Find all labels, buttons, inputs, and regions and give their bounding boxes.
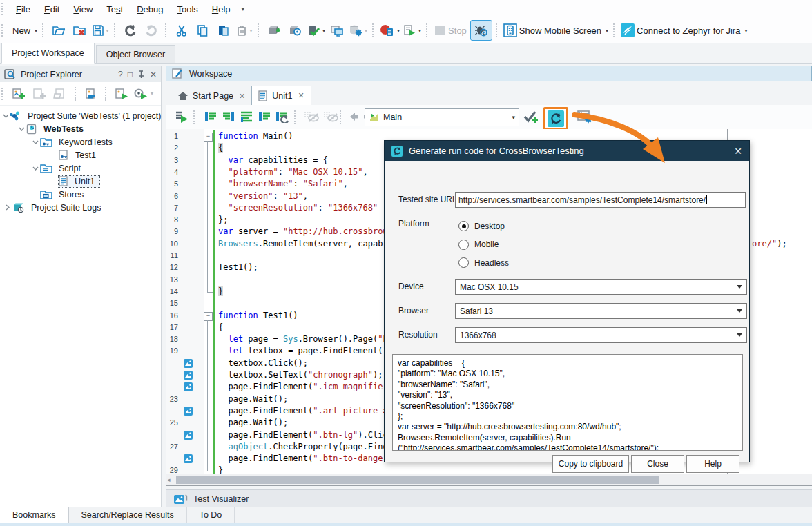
fold-collapse-icon[interactable]: − [204, 133, 213, 142]
add-new-item-button[interactable] [264, 21, 284, 40]
run-test-button[interactable]: ▾ [401, 21, 423, 40]
menu-test[interactable]: Test [99, 1, 130, 17]
menu-view[interactable]: View [66, 1, 99, 17]
platform-radio-desktop[interactable]: Desktop [458, 221, 505, 231]
fold-collapse-icon[interactable]: − [204, 312, 213, 321]
help-icon[interactable]: ? [118, 70, 123, 79]
visualizer-thumbnail-icon[interactable] [184, 431, 193, 440]
object-spy-button[interactable] [284, 21, 305, 40]
add-new-project-item-button[interactable] [9, 84, 30, 104]
menu-tools[interactable]: Tools [171, 1, 205, 17]
debug-button[interactable] [470, 20, 492, 41]
open-button[interactable] [48, 21, 69, 40]
radio-icon[interactable] [458, 257, 469, 268]
close-tab-icon[interactable]: ✕ [298, 91, 304, 100]
platform-radio-mobile[interactable]: Mobile [458, 240, 499, 250]
resolution-select[interactable]: 1366x768 [455, 327, 747, 343]
tree-item-test1[interactable]: Test1 [0, 148, 161, 162]
data-generator-button[interactable]: ▾ [347, 21, 369, 40]
dialog-titlebar[interactable]: Generate run code for CrossBrowserTestin… [385, 141, 749, 161]
visualizer-thumbnail-icon[interactable] [184, 382, 193, 391]
hide-disabled-code-button[interactable] [301, 107, 322, 126]
tree-item-project-suite-webtests-1-project-[interactable]: Project Suite 'WebTests' (1 project) [0, 109, 161, 122]
radio-icon[interactable] [458, 221, 469, 231]
pin-icon[interactable] [137, 70, 145, 79]
visualizer-thumbnail-icon[interactable] [184, 407, 193, 416]
dialog-close-icon[interactable]: ✕ [734, 146, 742, 157]
add-checkpoint-button[interactable] [521, 107, 541, 126]
run-current-routine-button[interactable] [171, 107, 192, 126]
toolbar-grip[interactable] [1, 24, 6, 37]
maximize-icon[interactable]: □ [128, 70, 133, 79]
tree-item-project-suite-logs[interactable]: Project Suite Logs [0, 201, 161, 214]
new-button[interactable]: New▾ [9, 21, 39, 40]
checkpoint-button[interactable]: ▾ [305, 21, 327, 40]
editor-tab-start-page[interactable]: Start Page✕ [171, 87, 251, 105]
close-tab-icon[interactable]: ✕ [239, 92, 245, 101]
record-button[interactable]: ▾ [378, 21, 401, 40]
stop-button[interactable]: Stop [432, 21, 470, 40]
doc-tab-project-workspace[interactable]: Project Workspace [1, 43, 95, 64]
explorer-toolbar-grip[interactable] [1, 88, 6, 100]
tree-item-script[interactable]: Script [0, 162, 161, 175]
close-panel-icon[interactable]: ✕ [150, 70, 157, 79]
tree-item-keywordtests[interactable]: KeywordTests [0, 135, 161, 148]
save-button[interactable]: ▾ [90, 21, 110, 40]
show-disabled-code-button[interactable] [320, 107, 341, 126]
dropdown-arrow-icon[interactable] [737, 285, 742, 289]
scrollbar-thumb[interactable] [176, 476, 659, 484]
tree-expander-icon[interactable] [17, 127, 26, 131]
tree-item-webtests[interactable]: WebTests [0, 122, 161, 135]
run-project-button[interactable] [111, 84, 132, 104]
show-mobile-screen-button[interactable]: Show Mobile Screen▾ [502, 21, 610, 40]
menu-file[interactable]: File [9, 1, 37, 17]
tested-site-url-input[interactable]: http://services.smartbear.com/samples/Te… [455, 192, 746, 208]
tree-expander-icon[interactable] [30, 166, 40, 171]
dropdown-arrow-icon[interactable] [737, 333, 742, 337]
browser-select[interactable]: Safari 13 [455, 303, 747, 319]
radio-icon[interactable] [458, 240, 469, 250]
copy-to-clipboard-button[interactable]: Copy to clipboard [552, 455, 629, 473]
bottom-tab-to-do[interactable]: To Do [187, 507, 235, 523]
help-button[interactable]: Help [686, 455, 740, 473]
organize-items-button[interactable] [81, 84, 102, 104]
add-existing-item-button[interactable] [30, 84, 50, 104]
menu-help[interactable]: Help [205, 1, 238, 17]
editor-tab-unit1[interactable]: Unit1✕ [251, 86, 311, 105]
close-button[interactable]: Close [631, 455, 684, 473]
test-visualizer-bar[interactable]: Test Visualizer [166, 489, 812, 507]
tree-item-unit1[interactable]: Unit1 [0, 175, 161, 188]
device-select[interactable]: Mac OSX 10.15 [455, 279, 747, 295]
bottom-tab-search-replace-results[interactable]: Search/Replace Results [69, 507, 187, 523]
scroll-left-arrow-icon[interactable]: ◂ [167, 476, 171, 483]
menubar-grip[interactable] [1, 3, 6, 15]
visualizer-thumbnail-icon[interactable] [184, 371, 193, 380]
platform-radio-headless[interactable]: Headless [458, 257, 509, 268]
visualizer-thumbnail-icon[interactable] [184, 359, 193, 368]
remote-screen-button[interactable] [327, 21, 347, 40]
format-revert-button[interactable] [272, 107, 293, 126]
menu-overflow-chevron-icon[interactable]: ▾ [238, 6, 249, 12]
editor-options-button[interactable] [574, 107, 595, 126]
editor-horizontal-scrollbar[interactable]: ◂ [166, 474, 812, 485]
generated-code-preview[interactable]: var capabilities = { "platform": "Mac OS… [392, 354, 743, 451]
zephyr-connect-button[interactable]: Connect to Zephyr for Jira▾ [619, 21, 748, 40]
dropdown-arrow-icon[interactable] [737, 309, 742, 313]
delete-button[interactable]: ▾ [233, 21, 254, 40]
menu-debug[interactable]: Debug [130, 1, 170, 17]
function-selector[interactable]: Main ▾ [365, 108, 519, 126]
tree-expander-icon[interactable] [3, 204, 12, 211]
tree-item-stores[interactable]: Stores [0, 188, 161, 201]
visualizer-thumbnail-icon[interactable] [184, 454, 193, 463]
paste-button[interactable] [213, 21, 233, 40]
tree-expander-icon[interactable] [30, 140, 40, 144]
tree-expander-icon[interactable] [3, 114, 9, 118]
undo-button[interactable] [120, 21, 141, 40]
doc-tab-object-browser[interactable]: Object Browser [96, 45, 175, 63]
run-project-suite-button[interactable]: ▾ [132, 84, 155, 104]
close-project-button[interactable] [69, 21, 90, 40]
crossbrowsertesting-button[interactable] [543, 107, 568, 130]
open-item-button[interactable] [50, 84, 71, 104]
menu-edit[interactable]: Edit [37, 1, 66, 17]
cut-button[interactable] [171, 21, 192, 40]
